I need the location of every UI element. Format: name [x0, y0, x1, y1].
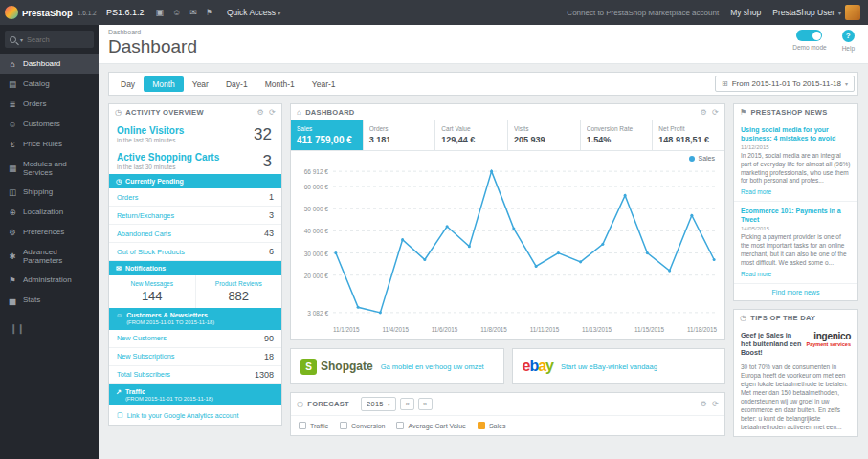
cart-icon[interactable]: ▣	[156, 8, 165, 17]
sidebar-item-label: Orders	[23, 99, 46, 108]
gear-icon[interactable]: ⚙	[257, 108, 264, 117]
prestashop-logo-icon	[5, 6, 18, 19]
sidebar-search[interactable]: ▾	[5, 31, 94, 48]
search-input[interactable]	[27, 35, 89, 44]
tips-body-text: 30 tot 70% van de consumenten in Europa …	[741, 362, 851, 432]
envelope-icon[interactable]: ✉	[189, 8, 197, 17]
sidebar-item-price-rules[interactable]: € Price Rules	[0, 134, 99, 154]
new-customers-row[interactable]: New Customers 90	[109, 330, 281, 348]
forecast-option-conversion[interactable]: Conversion	[340, 422, 385, 429]
ebay-letter: y	[545, 358, 553, 374]
out-of-stock-row[interactable]: Out of Stock Products 6	[109, 243, 281, 261]
kpi-value: 3 181	[369, 135, 430, 144]
checkbox-icon[interactable]	[340, 422, 347, 429]
y-axis-tick-label: 66 912 €	[304, 168, 328, 175]
refresh-icon[interactable]: ⟳	[269, 108, 276, 117]
sidebar-item-shipping[interactable]: ◫ Shipping	[0, 182, 99, 202]
checkbox-icon[interactable]	[396, 422, 404, 429]
checkbox-icon[interactable]	[299, 422, 306, 429]
traffic-icon: ↗	[116, 387, 122, 396]
forecast-option-traffic[interactable]: Traffic	[299, 422, 328, 429]
news-item-title[interactable]: Ecommerce 101: Payments in a Tweet	[741, 207, 851, 224]
gear-icon[interactable]: ⚙	[701, 400, 707, 408]
row-label: New Subscriptions	[117, 352, 174, 361]
quick-access-dropdown[interactable]: Quick Access ▾	[227, 8, 280, 17]
ingenico-subtitle: Payment services	[807, 341, 851, 347]
total-subscribers-row[interactable]: Total Subscribers 1308	[109, 366, 281, 384]
sidebar-item-localization[interactable]: ⊕ Localization	[0, 202, 99, 222]
row-label: Orders	[117, 193, 138, 202]
sidebar-item-label: Stats	[23, 295, 40, 304]
pending-orders-row[interactable]: Orders 1	[109, 188, 281, 207]
forecast-panel-title: Forecast	[307, 400, 349, 408]
sidebar-item-preferences[interactable]: ⚙ Preferences	[0, 222, 99, 242]
sidebar-item-advanced-parameters[interactable]: ✱ Advanced Parameters	[0, 242, 99, 270]
kpi-orders[interactable]: Orders 3 181	[364, 120, 436, 150]
demo-mode-toggle[interactable]	[796, 30, 822, 41]
read-more-link[interactable]: Read more	[741, 271, 771, 277]
forecast-option-sales[interactable]: Sales	[478, 422, 506, 429]
online-visitors-metric[interactable]: Online Visitors in the last 30 minutes 3…	[109, 120, 281, 147]
news-item-title[interactable]: Using social media for your business: 4 …	[741, 125, 851, 142]
x-axis-tick-label: 11/15/2015	[634, 326, 664, 333]
option-label: Conversion	[351, 423, 385, 429]
sidebar-item-orders[interactable]: ≣ Orders	[0, 94, 99, 114]
user-name: PrestaShop User	[772, 8, 835, 17]
refresh-icon[interactable]: ⟳	[712, 108, 719, 117]
localization-icon: ⊕	[8, 208, 17, 217]
caret-down-icon[interactable]: ▾	[20, 36, 23, 43]
shopgate-link[interactable]: Ga mobiel en verhoog uw omzet	[381, 362, 484, 371]
section-title: Notifications	[125, 264, 166, 273]
new-messages-stat[interactable]: New Messages 144	[109, 275, 196, 308]
prev-year-button[interactable]: «	[400, 398, 414, 410]
forecast-option-average-cart-value[interactable]: Average Cart Value	[396, 422, 465, 429]
sidebar-item-stats[interactable]: ▅ Stats	[0, 290, 99, 310]
abandoned-carts-row[interactable]: Abandoned Carts 43	[109, 225, 281, 243]
person-icon[interactable]: ☺	[172, 8, 181, 17]
active-carts-metric[interactable]: Active Shopping Carts in the last 30 min…	[109, 147, 281, 174]
flag-icon[interactable]: ⚑	[206, 8, 213, 17]
sidebar-item-dashboard[interactable]: ⌂ Dashboard	[0, 54, 99, 74]
tab-month-minus-1[interactable]: Month-1	[256, 76, 303, 92]
sidebar-item-modules[interactable]: ▦ Modules and Services	[0, 154, 99, 182]
ebay-link[interactable]: Start uw eBay-winkel vandaag	[561, 362, 657, 371]
option-label: Sales	[489, 423, 506, 429]
clock-icon: ◷	[116, 177, 122, 186]
google-analytics-link[interactable]: ▢ Link to your Google Analytics account	[109, 405, 281, 425]
tips-of-the-day-panel: ◷ Tips of the day Geef je Sales in het b…	[733, 309, 858, 438]
marketplace-link[interactable]: Connect to PrestaShop Marketplace accoun…	[567, 9, 719, 17]
tab-year[interactable]: Year	[184, 76, 217, 92]
tab-day[interactable]: Day	[112, 76, 144, 92]
ebay-promo: ebay Start uw eBay-winkel vandaag	[512, 348, 726, 384]
kpi-cart-value[interactable]: Cart Value 129,44 €	[435, 120, 508, 150]
tab-month[interactable]: Month	[144, 76, 184, 92]
tab-year-minus-1[interactable]: Year-1	[303, 76, 345, 92]
user-menu[interactable]: PrestaShop User ▾	[772, 5, 860, 20]
modules-icon: ▦	[8, 164, 17, 173]
date-range-picker[interactable]: ⊞ From 2015-11-01 To 2015-11-18 ▾	[715, 76, 855, 92]
kpi-row: Sales 411 759,00 € Orders 3 181 Cart Val…	[291, 120, 724, 151]
read-more-link[interactable]: Read more	[741, 188, 771, 195]
kpi-sales[interactable]: Sales 411 759,00 €	[291, 120, 364, 150]
help-icon[interactable]: ?	[842, 30, 855, 42]
sidebar-item-administration[interactable]: ⚑ Administration	[0, 270, 99, 290]
my-shop-link[interactable]: My shop	[730, 8, 761, 17]
refresh-icon[interactable]: ⟳	[712, 400, 719, 408]
next-year-button[interactable]: »	[418, 398, 433, 410]
sidebar-item-catalog[interactable]: ▤ Catalog	[0, 74, 99, 94]
kpi-conversion-rate[interactable]: Conversion Rate 1.54%	[581, 120, 654, 150]
year-select[interactable]: 2015 ▾	[361, 397, 396, 411]
kpi-visits[interactable]: Visits 205 939	[508, 120, 581, 150]
checkbox-icon[interactable]	[478, 422, 485, 429]
find-more-news-link[interactable]: Find more news	[734, 284, 857, 300]
return-exchanges-row[interactable]: Return/Exchanges 3	[109, 207, 281, 225]
x-axis-tick-label: 11/6/2015	[432, 326, 458, 333]
product-reviews-stat[interactable]: Product Reviews 882	[196, 275, 282, 308]
gear-icon[interactable]: ⚙	[701, 108, 707, 117]
new-subscriptions-row[interactable]: New Subscriptions 18	[109, 348, 281, 366]
prestashop-logo-zone[interactable]: PrestaShop 1.6.1.2	[0, 0, 99, 25]
collapse-menu-button[interactable]: ❙❙	[0, 319, 99, 338]
kpi-net-profit[interactable]: Net Profit 148 918,51 €	[653, 120, 724, 150]
sidebar-item-customers[interactable]: ☺ Customers	[0, 114, 99, 134]
tab-day-minus-1[interactable]: Day-1	[217, 76, 256, 92]
